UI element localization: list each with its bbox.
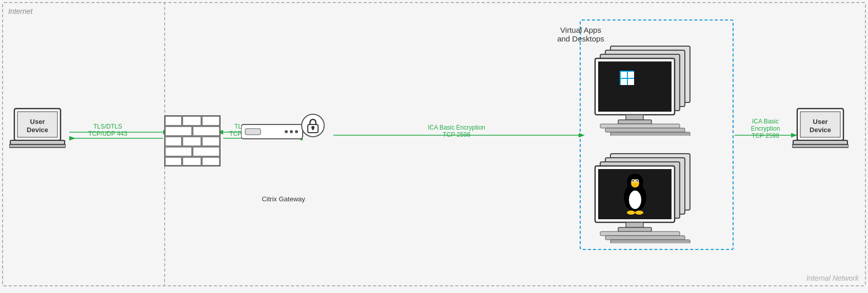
svg-rect-19 (193, 127, 220, 136)
svg-rect-15 (165, 116, 182, 125)
vad-label: Virtual Appsand Desktops (505, 26, 657, 43)
svg-rect-77 (793, 140, 847, 144)
svg-text:Device: Device (27, 126, 48, 134)
svg-point-30 (290, 130, 293, 133)
laptop-icon-left: User Device (9, 108, 66, 154)
svg-rect-68 (626, 222, 643, 227)
arrow-label-ica-middle: ICA Basic Encryption TCP 2598 (385, 124, 528, 138)
citrix-gw-label: Citrix Gateway (241, 195, 326, 203)
svg-rect-71 (605, 236, 685, 240)
svg-rect-49 (600, 124, 680, 128)
linux-vm-svg (590, 149, 703, 243)
firewall (164, 115, 221, 166)
svg-rect-70 (600, 232, 680, 236)
svg-rect-20 (165, 137, 182, 146)
svg-rect-22 (202, 137, 220, 146)
svg-rect-78 (792, 144, 849, 148)
laptop-icon-right: User Device (792, 108, 849, 154)
svg-point-29 (285, 130, 288, 133)
windows-stack (590, 41, 703, 138)
svg-rect-48 (618, 120, 652, 124)
svg-rect-50 (605, 128, 685, 132)
svg-rect-17 (202, 116, 220, 125)
svg-rect-13 (9, 144, 66, 148)
svg-rect-21 (183, 137, 201, 146)
svg-rect-44 (628, 72, 634, 78)
svg-rect-43 (621, 72, 627, 78)
svg-rect-23 (165, 147, 192, 156)
svg-rect-27 (202, 157, 220, 165)
svg-rect-32 (245, 129, 261, 135)
svg-text:User: User (30, 118, 45, 125)
citrix-gateway-svg (241, 110, 326, 151)
svg-rect-47 (626, 115, 643, 120)
svg-rect-16 (183, 116, 201, 125)
svg-rect-45 (621, 79, 627, 85)
svg-text:Device: Device (810, 126, 831, 134)
svg-rect-12 (10, 140, 65, 144)
svg-text:User: User (813, 118, 828, 125)
svg-rect-24 (193, 147, 220, 156)
linux-stack (590, 149, 703, 245)
svg-point-63 (633, 180, 634, 182)
svg-point-67 (635, 211, 643, 215)
svg-rect-51 (610, 132, 690, 136)
user-device-left: User Device (9, 108, 66, 156)
arrow-label-ica-right: ICA Basic Encryption TCP 2598 (740, 118, 791, 139)
diagram-container: Internal Network Internet Virtual Appsan… (0, 0, 868, 293)
windows-vm-svg (590, 41, 703, 136)
svg-point-64 (637, 180, 638, 182)
citrix-gateway: Citrix Gateway (241, 110, 326, 162)
svg-rect-72 (610, 240, 690, 243)
svg-rect-36 (312, 128, 314, 130)
arrow-label-left-tls: TLS/DTLS TCP/UDP 443 (80, 123, 136, 137)
svg-point-31 (295, 130, 298, 133)
svg-rect-41 (598, 61, 672, 112)
svg-rect-46 (628, 79, 634, 85)
svg-rect-69 (618, 227, 652, 232)
internal-network-label: Internal Network (806, 274, 859, 282)
svg-point-66 (627, 211, 635, 215)
svg-rect-18 (165, 127, 192, 136)
firewall-svg (164, 115, 221, 166)
svg-point-58 (629, 191, 641, 209)
svg-rect-26 (183, 157, 201, 165)
user-device-right: User Device (792, 108, 849, 156)
svg-rect-25 (165, 157, 182, 165)
internet-label: Internet (8, 7, 32, 15)
